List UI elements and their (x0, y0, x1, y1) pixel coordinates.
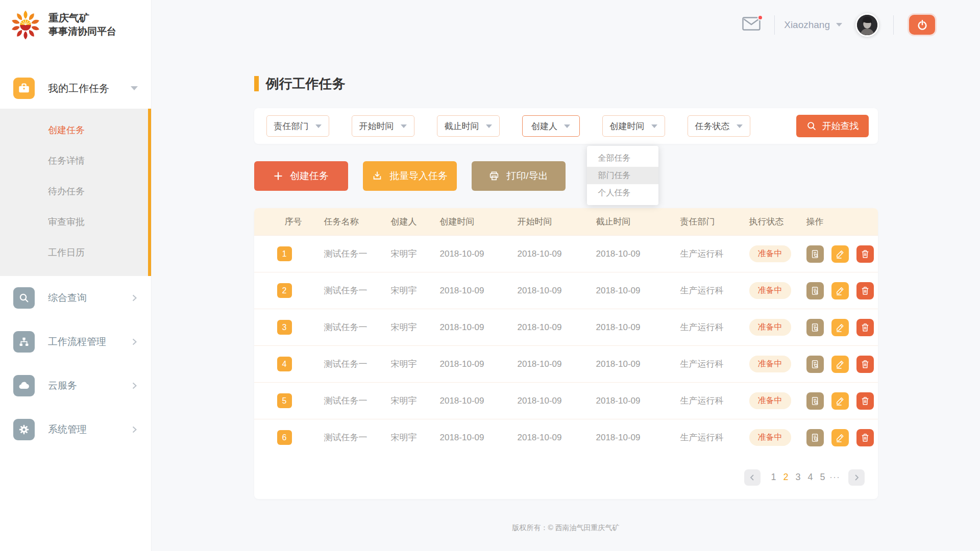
view-task-button[interactable] (806, 356, 824, 373)
edit-task-button[interactable] (831, 392, 849, 410)
view-task-button[interactable] (806, 245, 824, 263)
edit-task-button[interactable] (831, 282, 849, 299)
chevron-right-icon (130, 381, 139, 390)
menu-option-personal-tasks[interactable]: 个人任务 (587, 184, 658, 202)
table-row: 1 测试任务一 宋明宇 2018-10-09 2018-10-09 2018-1… (254, 235, 878, 272)
import-icon (372, 170, 383, 182)
delete-task-button[interactable] (856, 319, 874, 336)
task-start-time: 2018-10-09 (518, 249, 596, 259)
printer-icon (488, 170, 500, 182)
sidebar-item-todo-task[interactable]: 待办任务 (0, 176, 148, 207)
page-number-3[interactable]: 3 (792, 472, 804, 483)
sidebar-item-task-detail[interactable]: 任务详情 (0, 145, 148, 176)
view-task-button[interactable] (806, 319, 824, 336)
pencil-icon (835, 359, 845, 369)
status-badge: 准备中 (749, 282, 791, 299)
sidebar-item-workflow-management[interactable]: 工作流程管理 (0, 320, 151, 364)
dropdown-label: 任务状态 (695, 120, 730, 132)
sidebar-item-work-calendar[interactable]: 工作日历 (0, 237, 148, 268)
task-created-time: 2018-10-09 (440, 322, 518, 333)
task-start-time: 2018-10-09 (518, 359, 596, 369)
avatar[interactable] (855, 13, 879, 37)
task-end-time: 2018-10-09 (596, 249, 680, 259)
dropdown-label: 创建人 (531, 120, 557, 132)
page-number-4[interactable]: 4 (804, 472, 817, 483)
sidebar-item-system-management[interactable]: 系统管理 (0, 408, 151, 452)
task-end-time: 2018-10-09 (596, 433, 680, 443)
main-area: Xiaozhang 例行工作任务 (152, 0, 980, 551)
plus-icon (273, 171, 283, 181)
logout-button[interactable] (909, 15, 935, 35)
view-task-button[interactable] (806, 282, 824, 299)
task-end-time: 2018-10-09 (596, 286, 680, 296)
menu-option-all-tasks[interactable]: 全部任务 (587, 149, 658, 167)
task-end-time: 2018-10-09 (596, 396, 680, 406)
status-badge: 准备中 (749, 429, 791, 446)
create-task-button[interactable]: 创建任务 (254, 161, 348, 191)
chevron-right-icon (130, 425, 139, 434)
dropdown-label: 创建时间 (610, 120, 645, 132)
edit-task-button[interactable] (831, 245, 849, 263)
table-row: 3 测试任务一 宋明宇 2018-10-09 2018-10-09 2018-1… (254, 309, 878, 345)
edit-task-button[interactable] (831, 429, 849, 446)
trash-icon (860, 433, 870, 443)
batch-import-button[interactable]: 批量导入任务 (363, 161, 457, 191)
delete-task-button[interactable] (856, 282, 874, 299)
status-badge: 准备中 (749, 319, 791, 336)
task-table: 序号 任务名称 创建人 创建时间 开始时间 截止时间 责任部门 执行状态 操作 … (254, 208, 878, 499)
sidebar-group-label: 综合查询 (48, 291, 87, 305)
col-header: 任务名称 (324, 216, 391, 228)
col-header: 序号 (273, 216, 324, 228)
filter-dropdown-start-time[interactable]: 开始时间 (352, 115, 414, 137)
filter-dropdown-task-status[interactable]: 任务状态 (688, 115, 750, 137)
task-end-time: 2018-10-09 (596, 359, 680, 369)
task-dept: 生产运行科 (680, 395, 749, 407)
task-dept: 生产运行科 (680, 432, 749, 443)
delete-task-button[interactable] (856, 392, 874, 410)
next-page-button[interactable] (848, 469, 865, 486)
delete-task-button[interactable] (856, 429, 874, 446)
task-name: 测试任务一 (324, 432, 391, 443)
page-number-1[interactable]: 1 (768, 472, 780, 483)
page-number-2-current[interactable]: 2 (780, 472, 792, 483)
user-menu[interactable]: Xiaozhang (784, 19, 842, 31)
filter-dropdown-responsible-dept[interactable]: 责任部门 (266, 115, 329, 137)
task-name: 测试任务一 (324, 285, 391, 296)
prev-page-button[interactable] (744, 469, 761, 486)
chevron-right-icon (130, 293, 139, 303)
sidebar-item-review-approval[interactable]: 审查审批 (0, 207, 148, 237)
trash-icon (860, 322, 870, 333)
trash-icon (860, 249, 870, 259)
view-task-button[interactable] (806, 429, 824, 446)
mail-button[interactable] (742, 17, 761, 33)
menu-option-dept-tasks[interactable]: 部门任务 (587, 167, 658, 184)
delete-task-button[interactable] (856, 245, 874, 263)
sidebar-item-cloud-services[interactable]: 云服务 (0, 364, 151, 408)
delete-task-button[interactable] (856, 356, 874, 373)
edit-task-button[interactable] (831, 356, 849, 373)
task-name: 测试任务一 (324, 321, 391, 333)
sidebar-item-create-task[interactable]: 创建任务 (0, 115, 148, 145)
brand-line2: 事事清协同平台 (48, 25, 116, 39)
chevron-down-icon (315, 124, 322, 128)
filter-dropdown-end-time[interactable]: 截止时间 (437, 115, 500, 137)
search-button[interactable]: 开始查找 (796, 115, 869, 137)
task-created-time: 2018-10-09 (440, 249, 518, 259)
filter-dropdown-create-time[interactable]: 创建时间 (602, 115, 665, 137)
sidebar-item-comprehensive-query[interactable]: 综合查询 (0, 276, 151, 320)
pencil-icon (835, 322, 845, 333)
doc-search-icon (810, 249, 820, 259)
status-badge: 准备中 (749, 356, 791, 372)
view-task-button[interactable] (806, 392, 824, 410)
print-export-button[interactable]: 打印/导出 (472, 161, 566, 191)
chevron-down-icon (564, 124, 570, 128)
content: 例行工作任务 责任部门 开始时间 截止时间 创建人 创建时间 (254, 76, 878, 533)
sidebar-group-label: 云服务 (48, 379, 77, 392)
edit-task-button[interactable] (831, 319, 849, 336)
filter-dropdown-creator[interactable]: 创建人 (522, 115, 580, 137)
task-start-time: 2018-10-09 (518, 396, 596, 406)
batch-import-label: 批量导入任务 (389, 169, 448, 183)
page-number-5[interactable]: 5 (817, 472, 829, 483)
sidebar-item-my-tasks[interactable]: 我的工作任务 (0, 68, 151, 109)
chevron-down-icon (486, 124, 492, 128)
